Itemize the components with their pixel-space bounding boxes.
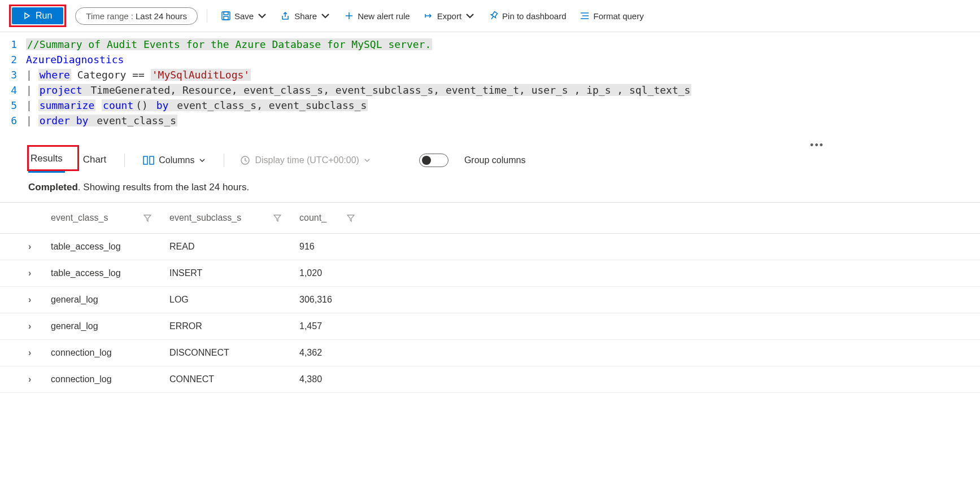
- cell-event-class: connection_log: [51, 348, 169, 358]
- group-columns-toggle[interactable]: [419, 154, 448, 167]
- filter-icon[interactable]: [273, 214, 281, 222]
- export-button[interactable]: Export: [419, 7, 480, 24]
- chevron-down-icon: [364, 157, 371, 164]
- expand-chevron-icon[interactable]: ›: [28, 242, 51, 252]
- cell-count: 4,362: [299, 348, 373, 358]
- format-button[interactable]: Format query: [575, 7, 648, 24]
- display-time-label: Display time (UTC+00:00): [255, 155, 359, 165]
- columns-button[interactable]: Columns: [141, 153, 208, 168]
- table-row[interactable]: › table_access_log READ 916: [0, 234, 980, 260]
- cell-event-subclass: CONNECT: [169, 374, 299, 384]
- line-number: 4: [9, 82, 26, 98]
- export-label: Export: [437, 11, 461, 21]
- cell-event-subclass: INSERT: [169, 268, 299, 278]
- svg-rect-3: [143, 156, 147, 164]
- code-content[interactable]: | summarize count() by event_class_s, ev…: [26, 98, 368, 113]
- svg-rect-4: [150, 156, 154, 164]
- column-header-event-class[interactable]: event_class_s: [51, 213, 169, 223]
- tab-chart[interactable]: Chart: [81, 148, 109, 172]
- expand-chevron-icon[interactable]: ›: [28, 295, 51, 305]
- run-button-highlight: Run: [9, 5, 66, 27]
- chevron-down-icon: [465, 11, 475, 21]
- header-label: event_class_s: [51, 213, 108, 223]
- cell-event-class: table_access_log: [51, 242, 169, 252]
- tab-separator: [224, 154, 224, 167]
- clock-icon: [240, 155, 250, 165]
- code-content[interactable]: | where Category == 'MySqlAuditLogs': [26, 67, 251, 82]
- table-row[interactable]: › connection_log CONNECT 4,380: [0, 366, 980, 393]
- share-icon: [281, 11, 291, 21]
- editor-line[interactable]: 3| where Category == 'MySqlAuditLogs': [9, 67, 971, 82]
- results-header: Results Chart Columns Display time (UTC+…: [0, 142, 980, 173]
- svg-rect-2: [224, 16, 228, 20]
- chevron-down-icon: [320, 11, 330, 21]
- cell-event-class: general_log: [51, 321, 169, 331]
- format-label: Format query: [593, 11, 643, 21]
- more-menu-icon[interactable]: •••: [808, 137, 833, 154]
- table-row[interactable]: › general_log ERROR 1,457: [0, 313, 980, 340]
- table-row[interactable]: › connection_log DISCONNECT 4,362: [0, 340, 980, 366]
- column-header-count[interactable]: count_: [299, 213, 373, 223]
- share-button[interactable]: Share: [276, 7, 335, 24]
- share-label: Share: [294, 11, 317, 21]
- save-button[interactable]: Save: [216, 7, 272, 24]
- editor-line[interactable]: 1//Summary of Audit Events for the Azure…: [9, 37, 971, 52]
- cell-event-class: connection_log: [51, 374, 169, 384]
- editor-line[interactable]: 6| order by event_class_s: [9, 113, 971, 128]
- code-content[interactable]: AzureDiagnostics: [26, 52, 124, 67]
- tab-results[interactable]: Results: [28, 147, 65, 173]
- expand-chevron-icon[interactable]: ›: [28, 321, 51, 331]
- cell-event-subclass: ERROR: [169, 321, 299, 331]
- cell-count: 916: [299, 242, 373, 252]
- svg-rect-0: [222, 12, 230, 20]
- table-row[interactable]: › table_access_log INSERT 1,020: [0, 260, 980, 287]
- play-icon: [23, 12, 31, 20]
- group-columns-label: Group columns: [464, 155, 526, 165]
- cell-event-subclass: READ: [169, 242, 299, 252]
- line-number: 1: [9, 37, 26, 52]
- time-range-picker[interactable]: Time range : Last 24 hours: [75, 7, 198, 25]
- expand-chevron-icon[interactable]: ›: [28, 348, 51, 358]
- code-content[interactable]: | project TimeGenerated, Resource, event…: [26, 82, 691, 98]
- expand-chevron-icon[interactable]: ›: [28, 268, 51, 278]
- expand-chevron-icon[interactable]: ›: [28, 374, 51, 384]
- time-range-value: Last 24 hours: [136, 11, 187, 21]
- code-content[interactable]: | order by event_class_s: [26, 113, 177, 128]
- tab-separator: [124, 154, 125, 167]
- pin-button[interactable]: Pin to dashboard: [484, 7, 570, 24]
- plus-icon: [344, 11, 354, 21]
- new-alert-button[interactable]: New alert rule: [339, 7, 415, 24]
- filter-icon[interactable]: [347, 214, 355, 222]
- table-row[interactable]: › general_log LOG 306,316: [0, 287, 980, 313]
- cell-count: 306,316: [299, 295, 373, 305]
- toggle-knob: [422, 156, 431, 165]
- query-editor[interactable]: 1//Summary of Audit Events for the Azure…: [0, 32, 980, 142]
- format-icon: [580, 11, 590, 21]
- header-label: count_: [299, 213, 326, 223]
- columns-label: Columns: [159, 155, 194, 165]
- cell-event-class: general_log: [51, 295, 169, 305]
- save-label: Save: [234, 11, 254, 21]
- export-icon: [424, 11, 434, 21]
- editor-line[interactable]: 4| project TimeGenerated, Resource, even…: [9, 82, 971, 98]
- toolbar: Run Time range : Last 24 hours Save Shar…: [0, 0, 980, 32]
- new-alert-label: New alert rule: [358, 11, 410, 21]
- line-number: 6: [9, 113, 26, 128]
- cell-event-subclass: LOG: [169, 295, 299, 305]
- cell-event-class: table_access_log: [51, 268, 169, 278]
- pin-label: Pin to dashboard: [502, 11, 566, 21]
- line-number: 2: [9, 52, 26, 67]
- filter-icon[interactable]: [143, 214, 151, 222]
- status-completed: Completed: [28, 182, 78, 193]
- code-content[interactable]: //Summary of Audit Events for the Azure …: [26, 37, 432, 52]
- header-label: event_subclass_s: [169, 213, 241, 223]
- line-number: 5: [9, 98, 26, 113]
- pin-icon: [489, 11, 499, 21]
- editor-line[interactable]: 2AzureDiagnostics: [9, 52, 971, 67]
- editor-line[interactable]: 5| summarize count() by event_class_s, e…: [9, 98, 971, 113]
- table-header: event_class_s event_subclass_s count_: [0, 203, 980, 234]
- run-button[interactable]: Run: [12, 7, 63, 24]
- column-header-event-subclass[interactable]: event_subclass_s: [169, 213, 299, 223]
- save-icon: [221, 11, 231, 21]
- chevron-down-icon: [199, 157, 206, 164]
